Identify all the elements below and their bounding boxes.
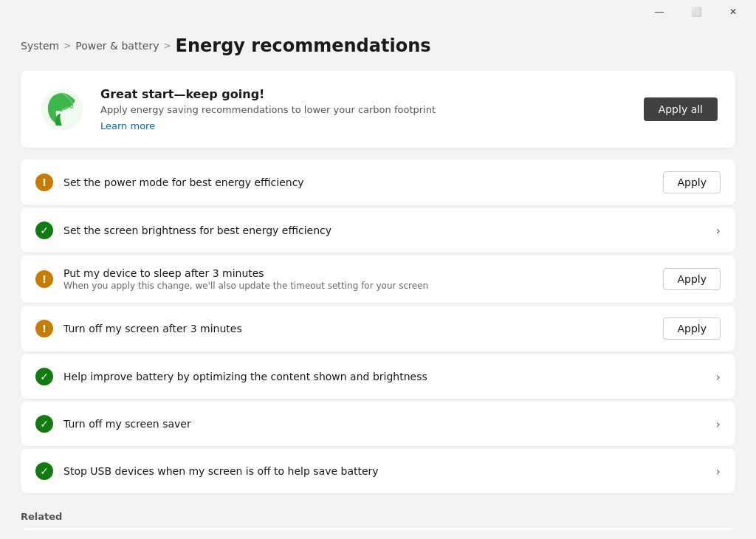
- breadcrumb: System > Power & battery > Energy recomm…: [0, 24, 756, 71]
- main-content: Great start—keep going! Apply energy sav…: [0, 71, 756, 530]
- rec-item-screen-saver[interactable]: ✓Turn off my screen saver›: [21, 402, 735, 446]
- hero-text-block: Great start—keep going! Apply energy sav…: [100, 87, 629, 132]
- breadcrumb-separator-1: >: [63, 41, 71, 51]
- apply-all-button[interactable]: Apply all: [644, 97, 718, 121]
- rec-title-battery-optimize: Help improve battery by optimizing the c…: [63, 371, 706, 382]
- leaf-logo: [38, 86, 86, 133]
- rec-text-battery-optimize: Help improve battery by optimizing the c…: [63, 371, 706, 382]
- success-icon: ✓: [35, 368, 53, 385]
- minimize-button[interactable]: —: [642, 0, 676, 24]
- rec-title-power-mode: Set the power mode for best energy effic…: [63, 176, 653, 188]
- rec-title-sleep-3min: Put my device to sleep after 3 minutes: [63, 267, 653, 279]
- rec-text-screen-saver: Turn off my screen saver: [63, 418, 706, 430]
- rec-item-sleep-3min: !Put my device to sleep after 3 minutesW…: [21, 255, 735, 303]
- rec-item-usb-devices[interactable]: ✓Stop USB devices when my screen is off …: [21, 449, 735, 493]
- rec-item-battery-optimize[interactable]: ✓Help improve battery by optimizing the …: [21, 354, 735, 399]
- success-icon: ✓: [35, 462, 53, 480]
- close-button[interactable]: ✕: [716, 0, 750, 24]
- rec-text-screen-brightness: Set the screen brightness for best energ…: [63, 224, 706, 236]
- chevron-right-icon-screen-brightness: ›: [716, 224, 721, 238]
- rec-text-sleep-3min: Put my device to sleep after 3 minutesWh…: [63, 267, 653, 291]
- rec-title-usb-devices: Stop USB devices when my screen is off t…: [63, 465, 706, 477]
- rec-item-power-mode: !Set the power mode for best energy effi…: [21, 159, 735, 205]
- success-icon: ✓: [35, 222, 53, 239]
- warning-icon: !: [35, 320, 53, 337]
- breadcrumb-system[interactable]: System: [21, 40, 59, 52]
- related-item[interactable]: ✓ Always on top (preview) of fi... ›: [21, 528, 735, 530]
- breadcrumb-current: Energy recommendations: [176, 35, 431, 56]
- warning-icon: !: [35, 174, 53, 191]
- related-section: Related ✓ Always on top (preview) of fi.…: [21, 511, 735, 530]
- chevron-right-icon-usb-devices: ›: [716, 464, 721, 478]
- apply-button-power-mode[interactable]: Apply: [663, 171, 721, 193]
- rec-title-screen-saver: Turn off my screen saver: [63, 418, 706, 430]
- hero-title: Great start—keep going!: [100, 87, 629, 101]
- title-bar: — ⬜ ✕: [0, 0, 756, 24]
- rec-text-screen-off-3min: Turn off my screen after 3 minutes: [63, 323, 653, 334]
- chevron-right-icon-screen-saver: ›: [716, 417, 721, 431]
- apply-button-screen-off-3min[interactable]: Apply: [663, 317, 721, 340]
- hero-card: Great start—keep going! Apply energy sav…: [21, 71, 735, 148]
- rec-subtitle-sleep-3min: When you apply this change, we'll also u…: [63, 281, 653, 291]
- learn-more-link[interactable]: Learn more: [100, 120, 155, 131]
- rec-text-usb-devices: Stop USB devices when my screen is off t…: [63, 465, 706, 477]
- maximize-button[interactable]: ⬜: [679, 0, 713, 24]
- hero-description: Apply energy saving recommendations to l…: [100, 104, 629, 115]
- rec-item-screen-brightness[interactable]: ✓Set the screen brightness for best ener…: [21, 208, 735, 253]
- rec-title-screen-brightness: Set the screen brightness for best energ…: [63, 224, 706, 236]
- apply-button-sleep-3min[interactable]: Apply: [663, 268, 721, 290]
- rec-item-screen-off-3min: !Turn off my screen after 3 minutesApply: [21, 306, 735, 351]
- warning-icon: !: [35, 270, 53, 288]
- chevron-right-icon-battery-optimize: ›: [716, 370, 721, 384]
- recommendations-list: !Set the power mode for best energy effi…: [21, 159, 735, 496]
- related-title: Related: [21, 511, 735, 522]
- rec-title-screen-off-3min: Turn off my screen after 3 minutes: [63, 323, 653, 334]
- breadcrumb-power-battery[interactable]: Power & battery: [75, 40, 159, 52]
- breadcrumb-separator-2: >: [164, 41, 171, 51]
- success-icon: ✓: [35, 415, 53, 433]
- rec-text-power-mode: Set the power mode for best energy effic…: [63, 176, 653, 188]
